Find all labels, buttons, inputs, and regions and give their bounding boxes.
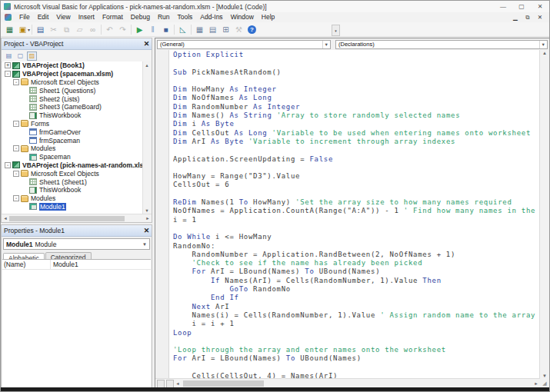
full-module-view-icon[interactable] bbox=[166, 380, 174, 388]
undo-icon: ↶ bbox=[104, 24, 115, 35]
menu-run[interactable]: Run bbox=[154, 13, 174, 21]
object-browser-icon[interactable]: ⊞ bbox=[220, 24, 232, 35]
properties-window-icon[interactable]: ▤ bbox=[207, 24, 218, 35]
tree-item-sheet2-lists[interactable]: Sheet2 (Lists) bbox=[2, 95, 143, 103]
tree-item-microsoft-excel-objects[interactable]: -Microsoft Excel Objects bbox=[2, 78, 143, 87]
object-selector[interactable]: Module1 Module ▼ bbox=[3, 238, 150, 250]
tree-item-vbaproject-spaceman-xlsm[interactable]: -VBAProject (spaceman.xlsm) bbox=[2, 70, 143, 78]
folder-icon bbox=[21, 78, 28, 85]
project-explorer-icon[interactable]: ▦ bbox=[194, 24, 205, 35]
menu-tools[interactable]: Tools bbox=[173, 13, 196, 21]
scroll-down-icon[interactable]: ▼ bbox=[540, 374, 549, 378]
help-icon[interactable]: ? bbox=[246, 24, 258, 35]
view-object-icon[interactable]: ▢ bbox=[15, 51, 25, 61]
menu-edit[interactable]: Edit bbox=[34, 13, 53, 21]
scrollbar-thumb[interactable] bbox=[9, 216, 125, 221]
folder-icon bbox=[21, 195, 28, 202]
project-horizontal-scrollbar[interactable]: ◄ ► bbox=[2, 214, 152, 222]
menu-insert[interactable]: Insert bbox=[75, 13, 98, 21]
scroll-up-icon[interactable]: ▲ bbox=[540, 51, 549, 55]
tree-item-frmgameover[interactable]: frmGameOver bbox=[2, 128, 143, 136]
procedure-view-icon[interactable] bbox=[157, 380, 165, 388]
collapse-icon[interactable]: - bbox=[13, 171, 19, 177]
collapse-icon[interactable]: - bbox=[5, 162, 11, 168]
menu-view[interactable]: View bbox=[52, 13, 74, 21]
design-mode-icon[interactable]: ◺ bbox=[177, 24, 188, 35]
code-line: Dim CellsOut As Long 'Variable to be use… bbox=[173, 129, 540, 138]
close-icon[interactable]: ✕ bbox=[531, 3, 549, 10]
tree-item-vbaproject-pick-names-at-random-xlsm[interactable]: -VBAProject (pick-names-at-random.xlsm) bbox=[2, 161, 143, 170]
code-vertical-scrollbar[interactable]: ▲ ▼ bbox=[539, 50, 549, 379]
procedure-dropdown[interactable]: (Declarations) ▼ bbox=[335, 40, 548, 49]
reset-icon[interactable]: ■ bbox=[160, 24, 172, 35]
tree-item-frmspaceman[interactable]: frmSpaceman bbox=[2, 136, 143, 145]
collapse-icon[interactable]: - bbox=[13, 195, 19, 201]
properties-close-icon[interactable]: ✕ bbox=[142, 227, 152, 234]
menu-format[interactable]: Format bbox=[98, 13, 127, 21]
menu-window[interactable]: Window bbox=[227, 13, 258, 21]
properties-panel-caption[interactable]: Properties - Module1 ✕ bbox=[2, 225, 152, 237]
scroll-right-icon[interactable]: ► bbox=[144, 214, 152, 222]
scroll-left-icon[interactable]: ◄ bbox=[174, 380, 182, 387]
menu-add-ins[interactable]: Add-Ins bbox=[196, 13, 226, 21]
code-line bbox=[173, 364, 540, 372]
tree-item-sheet3-gameboard[interactable]: Sheet3 (GameBoard) bbox=[2, 103, 143, 111]
collapse-icon[interactable]: - bbox=[13, 121, 19, 127]
project-close-icon[interactable]: ✕ bbox=[142, 40, 152, 48]
object-dropdown[interactable]: (General) ▼ bbox=[157, 40, 331, 49]
tree-item-forms[interactable]: -Forms bbox=[2, 120, 143, 128]
break-icon[interactable]: ‖ bbox=[147, 24, 158, 35]
tree-item-label: Microsoft Excel Objects bbox=[31, 170, 99, 178]
tree-item-sheet1-questions[interactable]: Sheet1 (Questions) bbox=[2, 86, 143, 95]
tree-item-thisworkbook[interactable]: ThisWorkbook bbox=[2, 111, 143, 120]
chevron-down-icon: ▼ bbox=[322, 41, 330, 48]
tree-item-modules[interactable]: -Modules bbox=[2, 145, 143, 153]
view-microsoft-excel-icon[interactable]: ▦ bbox=[4, 24, 15, 35]
code-line: Next ArI bbox=[173, 303, 540, 311]
property-value[interactable]: Module1 bbox=[51, 260, 78, 269]
scroll-up-icon[interactable]: ▲ bbox=[143, 61, 151, 69]
chevron-down-icon[interactable]: ▾ bbox=[28, 27, 30, 32]
expand-icon[interactable]: + bbox=[5, 62, 11, 68]
properties-grid: (Name)Module1 bbox=[2, 259, 151, 387]
tree-item-spaceman[interactable]: Spaceman bbox=[2, 153, 143, 161]
mdi-restore-icon[interactable]: ⧉ bbox=[522, 14, 534, 22]
tree-item-microsoft-excel-objects[interactable]: -Microsoft Excel Objects bbox=[2, 169, 143, 178]
toolbar-options-icon[interactable]: ▾ bbox=[332, 25, 340, 36]
module-icon bbox=[29, 203, 37, 210]
tree-item-module1[interactable]: Module1 bbox=[2, 203, 143, 211]
property-row[interactable]: (Name)Module1 bbox=[2, 260, 151, 270]
maximize-icon[interactable]: ▢ bbox=[512, 3, 531, 10]
code-editor[interactable]: Option Explicit Sub PickNamesAtRandom() … bbox=[156, 50, 540, 379]
code-text[interactable]: Option Explicit Sub PickNamesAtRandom() … bbox=[173, 51, 540, 379]
project-vertical-scrollbar[interactable]: ▲ ▼ bbox=[142, 61, 152, 214]
properties-panel-title: Properties - Module1 bbox=[4, 227, 65, 234]
view-code-icon[interactable]: ▤ bbox=[4, 51, 14, 61]
project-panel-caption[interactable]: Project - VBAProject ✕ bbox=[2, 38, 152, 50]
collapse-icon[interactable]: - bbox=[13, 145, 19, 151]
scroll-left-icon[interactable]: ◄ bbox=[2, 214, 9, 222]
mdi-close-icon[interactable]: ✕ bbox=[534, 14, 546, 21]
tree-item-modules[interactable]: -Modules bbox=[2, 194, 143, 203]
scroll-right-icon[interactable]: ► bbox=[532, 380, 540, 387]
menu-debug[interactable]: Debug bbox=[127, 13, 154, 21]
mdi-minimize-icon[interactable]: ▁ bbox=[509, 14, 522, 21]
collapse-icon[interactable]: - bbox=[5, 71, 11, 77]
tree-item-label: Module1 bbox=[39, 203, 66, 211]
tree-item-sheet1-sheet1[interactable]: Sheet1 (Sheet1) bbox=[2, 178, 143, 186]
find-icon: ∞ bbox=[87, 24, 98, 35]
save-icon[interactable]: ▤ bbox=[35, 24, 46, 35]
minimize-icon[interactable]: — bbox=[494, 3, 512, 10]
menu-file[interactable]: File bbox=[15, 13, 34, 21]
tree-item-vbaproject-book1[interactable]: +VBAProject (Book1) bbox=[2, 61, 143, 70]
redo-icon: ↷ bbox=[117, 24, 128, 35]
insert-userform-icon[interactable]: ▣ bbox=[17, 24, 28, 35]
toggle-folders-icon[interactable]: ▨ bbox=[27, 51, 37, 61]
tree-item-thisworkbook[interactable]: ThisWorkbook bbox=[2, 186, 143, 194]
run-sub-icon[interactable]: ▶ bbox=[134, 24, 145, 35]
code-line: Do While i <= HowMany bbox=[173, 233, 540, 241]
code-line: Dim i As Byte bbox=[173, 120, 540, 128]
collapse-icon[interactable]: - bbox=[13, 79, 19, 85]
scrollbar-thumb[interactable] bbox=[183, 380, 264, 387]
menu-help[interactable]: Help bbox=[258, 13, 278, 21]
